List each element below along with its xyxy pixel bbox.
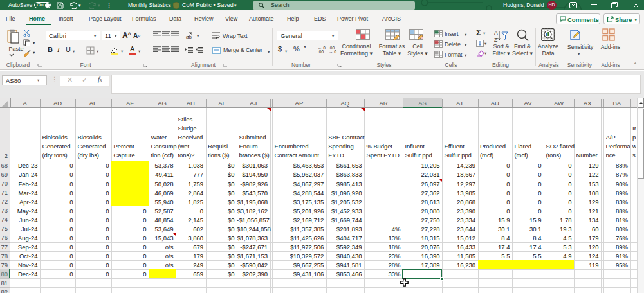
svg-text:A: A	[494, 30, 498, 36]
svg-text:Z: Z	[494, 37, 497, 42]
svg-text:ab: ab	[186, 34, 192, 39]
